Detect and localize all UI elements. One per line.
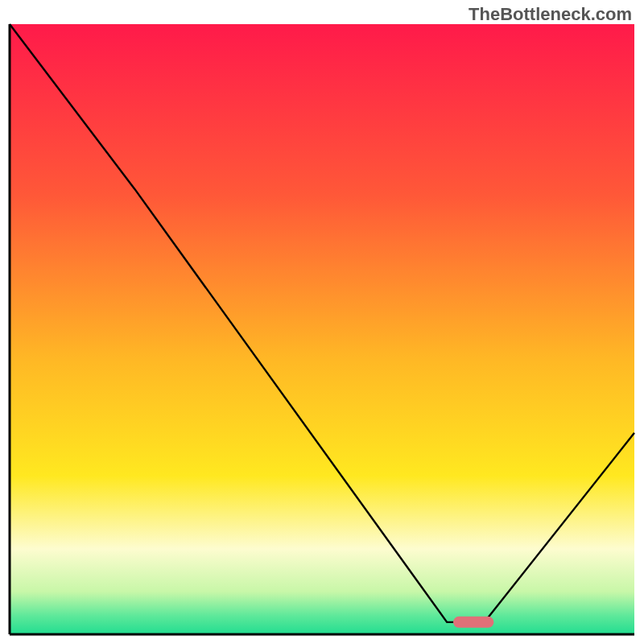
- chart-container: TheBottleneck.com: [0, 0, 644, 644]
- gradient-background: [10, 24, 634, 634]
- watermark-text: TheBottleneck.com: [469, 4, 632, 25]
- bottleneck-chart: [0, 0, 644, 644]
- optimal-marker: [453, 617, 493, 628]
